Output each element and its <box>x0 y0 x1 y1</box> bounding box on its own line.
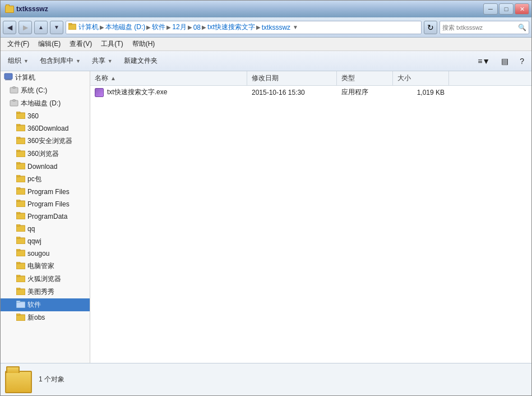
up-button[interactable]: ▲ <box>34 21 48 34</box>
menu-tools[interactable]: 工具(T) <box>96 38 127 50</box>
share-button[interactable]: 共享 ▼ <box>87 54 118 68</box>
sidebar-item-label: ProgramData <box>27 213 67 220</box>
bc-drive[interactable]: 本地磁盘 (D:) <box>105 22 145 32</box>
bc-computer[interactable]: 计算机 <box>78 22 99 32</box>
minimize-button[interactable]: ─ <box>483 3 498 15</box>
toolbar: 组织 ▼ 包含到库中 ▼ 共享 ▼ 新建文件夹 ≡▼ ▤ ? <box>1 51 531 71</box>
sidebar-item-火狐浏览器[interactable]: 火狐浏览器 <box>1 273 90 286</box>
include-library-button[interactable]: 包含到库中 ▼ <box>35 54 86 68</box>
svg-rect-42 <box>16 314 20 315</box>
menu-file[interactable]: 文件(F) <box>3 38 34 50</box>
search-box[interactable]: 🔍 <box>440 21 529 34</box>
sidebar-item-computer[interactable]: 计算机 <box>1 71 90 84</box>
sidebar-item-label: Program Files <box>27 200 70 208</box>
file-list-content: txt快速搜索文字.exe 2015-10-16 15:30 应用程序 1,01… <box>90 86 531 363</box>
col-header-name[interactable]: 名称 ▲ <box>90 71 247 85</box>
file-name-cell: txt快速搜索文字.exe <box>90 86 247 99</box>
forward-button[interactable]: ▶ <box>18 21 32 34</box>
sidebar-item-360安全浏览器[interactable]: 360安全浏览器 <box>1 135 90 148</box>
folder-icon <box>16 150 25 159</box>
breadcrumb[interactable]: 计算机 ▶ 本地磁盘 (D:) ▶ 软件 ▶ 12月 ▶ 08 ▶ txt快速搜… <box>66 21 422 34</box>
svg-rect-40 <box>16 301 20 302</box>
sidebar-item-sougou[interactable]: sougou <box>1 247 90 260</box>
computer-icon <box>4 73 13 82</box>
svg-rect-41 <box>16 315 25 321</box>
folder-icon <box>16 112 25 121</box>
sidebar-item-qq[interactable]: qq <box>1 223 90 235</box>
status-text: 1 个对象 <box>39 375 64 384</box>
search-icon: 🔍 <box>518 24 526 31</box>
sidebar-item-美图秀秀[interactable]: 美图秀秀 <box>1 286 90 298</box>
folder-icon <box>16 175 25 184</box>
bc-ruanjian[interactable]: 软件 <box>152 22 165 32</box>
svg-rect-28 <box>16 224 20 226</box>
folder-icon <box>16 301 25 310</box>
menu-edit[interactable]: 编辑(E) <box>34 38 65 50</box>
folder-icon <box>16 187 25 196</box>
col-header-type[interactable]: 类型 <box>337 71 393 85</box>
organize-button[interactable]: 组织 ▼ <box>3 54 34 68</box>
view-options-button[interactable]: ≡▼ <box>473 54 495 68</box>
table-row[interactable]: txt快速搜索文字.exe 2015-10-16 15:30 应用程序 1,01… <box>90 86 531 99</box>
back-button[interactable]: ◀ <box>3 21 16 34</box>
organize-chevron-icon: ▼ <box>24 58 29 64</box>
sidebar-item-电脑管家[interactable]: 电脑管家 <box>1 260 90 273</box>
status-bar: 1 个对象 <box>1 363 531 395</box>
new-folder-button[interactable]: 新建文件夹 <box>119 54 163 68</box>
exe-icon <box>95 88 104 97</box>
title-bar-left: txtkssswz <box>5 5 48 13</box>
bc-08[interactable]: 08 <box>193 24 201 31</box>
refresh-button[interactable]: ↻ <box>424 21 437 34</box>
search-input[interactable] <box>442 24 516 31</box>
svg-rect-36 <box>16 275 20 277</box>
window-controls: ─ □ ✕ <box>483 3 529 15</box>
sidebar-item-360Download[interactable]: 360Download <box>1 122 90 135</box>
bc-txtkssswz[interactable]: txtkssswz <box>262 24 290 31</box>
window-title: txtkssswz <box>16 5 48 13</box>
sidebar-item-qqwj[interactable]: qqwj <box>1 235 90 247</box>
explorer-window: txtkssswz ─ □ ✕ ◀ ▶ ▲ ▼ 计算机 ▶ 本地磁盘 (D:) … <box>0 0 532 396</box>
sidebar-item-label: 360Download <box>27 125 68 132</box>
sidebar-item-label: Download <box>27 163 57 171</box>
sidebar-item-Program Files[interactable]: Program Files <box>1 186 90 198</box>
sidebar-item-label: 软件 <box>27 300 41 310</box>
svg-rect-10 <box>16 112 20 113</box>
help-button[interactable]: ? <box>515 54 529 68</box>
sidebar-item-label: Program Files <box>27 188 70 196</box>
col-header-size[interactable]: 大小 <box>393 71 449 85</box>
folder-icon <box>16 288 25 297</box>
folder-icon <box>16 212 25 221</box>
sidebar-item-软件[interactable]: 软件 <box>1 298 90 311</box>
bc-txt[interactable]: txt快速搜索文字 <box>207 22 255 32</box>
svg-rect-20 <box>16 175 20 177</box>
file-type: 应用程序 <box>341 88 368 97</box>
sidebar-item-360[interactable]: 360 <box>1 110 90 122</box>
sort-arrow-icon: ▲ <box>110 75 116 81</box>
sidebar-item-pc包[interactable]: pc包 <box>1 173 90 186</box>
sidebar-item-Program Files[interactable]: Program Files <box>1 198 90 210</box>
sidebar-item-local-d[interactable]: 本地磁盘 (D:) <box>1 97 90 110</box>
sidebar-item-Download[interactable]: Download <box>1 160 90 173</box>
svg-rect-26 <box>16 212 20 214</box>
svg-rect-19 <box>16 176 25 182</box>
sidebar-item-system-c[interactable]: 系统 (C:) <box>1 84 90 97</box>
menu-view[interactable]: 查看(V) <box>65 38 96 50</box>
svg-rect-2 <box>4 73 12 79</box>
sidebar-item-label: qq <box>27 225 35 233</box>
menu-help[interactable]: 帮助(H) <box>128 38 160 50</box>
recent-button[interactable]: ▼ <box>50 21 63 34</box>
svg-rect-33 <box>16 263 25 269</box>
folder-icon <box>16 137 25 146</box>
bc-12yue[interactable]: 12月 <box>172 22 186 32</box>
sidebar-item-新obs[interactable]: 新obs <box>1 311 90 324</box>
svg-rect-32 <box>16 249 20 251</box>
maximize-button[interactable]: □ <box>499 3 514 15</box>
sidebar-item-ProgramData[interactable]: ProgramData <box>1 210 90 223</box>
svg-rect-24 <box>16 200 20 201</box>
col-header-date[interactable]: 修改日期 <box>247 71 337 85</box>
sidebar-item-360浏览器[interactable]: 360浏览器 <box>1 148 90 160</box>
sidebar-folders: 360360Download360安全浏览器360浏览器Downloadpc包P… <box>1 110 90 324</box>
svg-rect-11 <box>16 125 25 131</box>
close-button[interactable]: ✕ <box>515 3 529 15</box>
preview-pane-button[interactable]: ▤ <box>496 54 514 68</box>
